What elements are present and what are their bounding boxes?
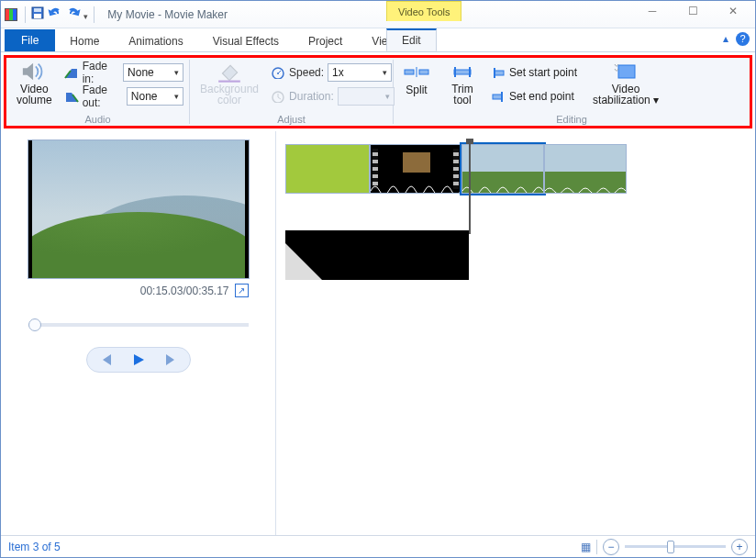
previous-frame-button[interactable] xyxy=(91,351,120,369)
clip-1[interactable] xyxy=(285,144,370,194)
group-editing: Split Trim tool Set start point Set end … xyxy=(394,60,750,124)
tab-home[interactable]: Home xyxy=(55,31,114,51)
undo-icon[interactable] xyxy=(46,5,64,24)
fullscreen-icon[interactable]: ↗ xyxy=(235,284,249,297)
svg-rect-1 xyxy=(34,14,41,18)
svg-rect-6 xyxy=(405,70,414,74)
thumbnails-view-icon[interactable]: ▦ xyxy=(581,541,591,553)
close-button[interactable]: ✕ xyxy=(713,1,753,21)
clip-row-1 xyxy=(285,144,746,194)
group-audio-label: Audio xyxy=(6,114,189,125)
clip-3[interactable] xyxy=(461,144,544,194)
group-adjust: Background color Speed: 1x▾ Duration: ▾ … xyxy=(190,60,394,124)
set-end-button[interactable]: Set end point xyxy=(491,85,577,107)
background-color-button: Background color xyxy=(195,61,263,106)
minimize-button[interactable]: ─ xyxy=(632,1,673,21)
split-icon xyxy=(404,61,429,82)
app-icon xyxy=(5,8,17,21)
svg-rect-10 xyxy=(493,95,502,99)
duration-dropdown: ▾ xyxy=(338,87,395,106)
speed-icon xyxy=(271,66,285,79)
playhead[interactable] xyxy=(469,140,471,234)
group-audio: Video volume Fade in: None▾ Fade out: No… xyxy=(6,60,190,124)
trim-icon xyxy=(450,61,475,82)
zoom-controls: ▦ − + xyxy=(581,539,748,555)
paint-bucket-icon xyxy=(217,61,242,82)
zoom-slider[interactable] xyxy=(625,545,726,548)
app-window: { "title": "My Movie - Movie Maker", "co… xyxy=(0,0,756,558)
clip-row-2 xyxy=(285,230,746,280)
fade-in-dropdown[interactable]: None▾ xyxy=(123,63,183,82)
playback-controls xyxy=(86,347,191,373)
zoom-out-button[interactable]: − xyxy=(603,539,619,555)
help-icon[interactable]: ? xyxy=(736,32,750,46)
tab-animations[interactable]: Animations xyxy=(114,31,197,51)
set-end-label: Set end point xyxy=(509,90,574,103)
chevron-down-icon: ▾ xyxy=(653,94,659,106)
speed-dropdown[interactable]: 1x▾ xyxy=(328,63,392,82)
tab-file[interactable]: File xyxy=(5,29,55,51)
status-bar: Item 3 of 5 ▦ − + xyxy=(1,535,755,557)
set-start-icon xyxy=(491,66,506,79)
trim-tool-button[interactable]: Trim tool xyxy=(445,61,480,106)
ribbon-highlight-wrap: Video volume Fade in: None▾ Fade out: No… xyxy=(1,52,755,131)
timecode: 00:15.03/00:35.17 xyxy=(140,285,229,297)
group-adjust-label: Adjust xyxy=(190,114,393,125)
tab-project[interactable]: Project xyxy=(294,31,357,51)
scrub-bar[interactable] xyxy=(28,323,249,327)
context-tab-label: Video Tools xyxy=(386,1,461,21)
video-volume-button[interactable]: Video volume xyxy=(12,61,57,106)
svg-rect-7 xyxy=(419,70,428,74)
video-stabilization-button[interactable]: Video stabilization ▾ xyxy=(588,61,663,106)
clip-4[interactable] xyxy=(544,144,627,194)
speaker-icon xyxy=(21,61,47,82)
svg-rect-8 xyxy=(454,70,471,74)
status-text: Item 3 of 5 xyxy=(8,541,61,553)
fade-out-icon xyxy=(64,90,79,103)
stabilization-icon xyxy=(613,61,639,82)
maximize-button[interactable]: ☐ xyxy=(673,1,713,21)
svg-rect-9 xyxy=(495,71,504,75)
group-editing-label: Editing xyxy=(394,114,750,125)
background-color-label: Background color xyxy=(200,84,259,106)
tab-edit[interactable]: Edit xyxy=(386,28,437,51)
tab-visual-effects[interactable]: Visual Effects xyxy=(198,31,294,51)
set-start-label: Set start point xyxy=(509,66,577,79)
fade-out-dropdown[interactable]: None▾ xyxy=(127,87,183,106)
play-button[interactable] xyxy=(124,351,153,369)
clip-2[interactable] xyxy=(370,144,461,194)
next-frame-button[interactable] xyxy=(157,351,186,369)
zoom-in-button[interactable]: + xyxy=(731,539,748,555)
fade-in-icon xyxy=(64,66,79,79)
duration-icon xyxy=(271,90,285,103)
clip-5[interactable] xyxy=(285,230,469,280)
redo-icon[interactable]: ▾ xyxy=(64,5,90,24)
fade-in-label: Fade in: xyxy=(83,60,119,85)
ribbon-collapse-icon[interactable]: ▴ xyxy=(723,32,728,46)
preview-panel: 00:15.03/00:35.17 ↗ xyxy=(1,131,276,535)
storyboard-panel[interactable] xyxy=(276,131,755,535)
set-start-button[interactable]: Set start point xyxy=(491,61,577,84)
svg-point-4 xyxy=(277,73,279,74)
speed-label: Speed: xyxy=(289,66,324,79)
svg-rect-11 xyxy=(618,65,635,78)
svg-rect-2 xyxy=(34,8,41,12)
set-end-icon xyxy=(491,90,506,103)
ribbon-tabs: File Home Animations Visual Effects Proj… xyxy=(1,28,755,52)
fade-out-label: Fade out: xyxy=(83,84,123,109)
trim-tool-label: Trim tool xyxy=(451,84,473,106)
split-label: Split xyxy=(406,84,427,96)
preview-screen[interactable] xyxy=(28,140,249,278)
video-volume-label: Video volume xyxy=(17,84,52,106)
ribbon-edit: Video volume Fade in: None▾ Fade out: No… xyxy=(4,55,752,128)
save-icon[interactable] xyxy=(29,5,46,24)
duration-label: Duration: xyxy=(289,90,334,103)
stabilization-label: Video stabilization xyxy=(593,83,650,106)
window-title: My Movie - Movie Maker xyxy=(107,8,228,21)
main-area: 00:15.03/00:35.17 ↗ xyxy=(1,131,755,535)
split-button[interactable]: Split xyxy=(399,61,434,96)
title-bar: ▾ My Movie - Movie Maker Video Tools ─ ☐… xyxy=(1,1,755,28)
